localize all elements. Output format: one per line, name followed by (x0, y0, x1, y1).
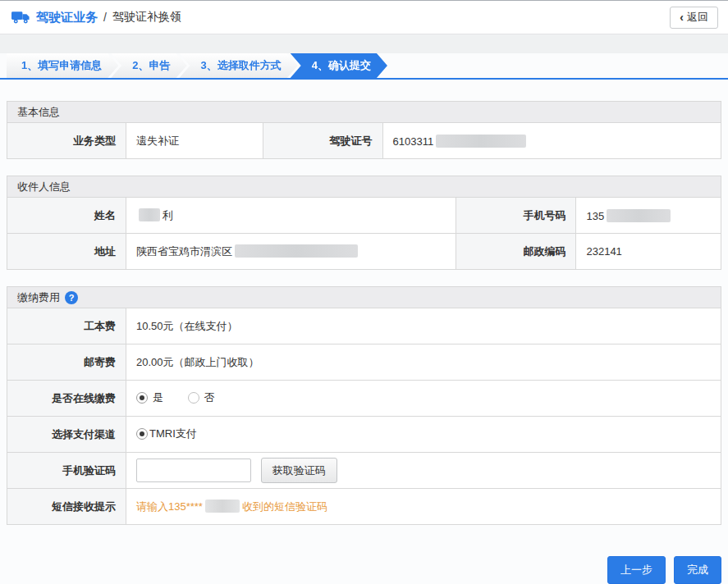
postcode-value: 232141 (576, 234, 721, 270)
step-label: 3、选择取件方式 (200, 59, 281, 71)
production-fee-value: 10.50元（在线支付） (126, 308, 721, 344)
truck-icon (11, 11, 30, 25)
name-text: 利 (163, 209, 173, 221)
captcha-cell: 获取验证码 (126, 453, 721, 489)
phone-value: 135 (576, 198, 721, 234)
business-type-label: 业务类型 (7, 123, 126, 159)
step-label: 2、申告 (132, 59, 170, 71)
online-pay-no-option[interactable]: 否 (188, 390, 215, 405)
sms-tip-label: 短信接收提示 (7, 489, 126, 525)
previous-step-button[interactable]: 上一步 (607, 556, 666, 584)
radio-unchecked-icon (188, 392, 199, 404)
name-value: 利 (126, 198, 456, 234)
redacted-address (235, 244, 358, 258)
fees-section: 缴纳费用 ? 工本费 10.50元（在线支付） 邮寄费 20.00元（邮政上门收… (7, 286, 721, 525)
back-label: 返回 (687, 10, 708, 25)
breadcrumb-current: 驾驶证补换领 (112, 10, 181, 25)
breadcrumb-separator: / (103, 11, 107, 24)
back-button[interactable]: ‹ 返回 (670, 7, 718, 29)
table-row: 手机验证码 获取验证码 (7, 453, 721, 489)
table-row: 业务类型 遗失补证 驾驶证号 6103311 (7, 123, 721, 159)
address-label: 地址 (7, 234, 126, 270)
recipient-info-section: 收件人信息 姓名 利 手机号码 135 地址 陕西省宝鸡市 (7, 176, 721, 270)
postage-fee-label: 邮寄费 (7, 344, 126, 381)
business-type-value: 遗失补证 (126, 123, 263, 159)
tmri-pay-option[interactable]: TMRI支付 (136, 427, 197, 441)
captcha-input[interactable] (136, 459, 251, 482)
production-fee-label: 工本费 (7, 308, 126, 344)
phone-text: 135 (586, 210, 604, 222)
recipient-info-table: 姓名 利 手机号码 135 地址 陕西省宝鸡市渭滨区 邮政编码 (7, 197, 721, 270)
postcode-text: 232141 (586, 245, 621, 258)
payment-channel-label: 选择支付渠道 (7, 417, 126, 453)
basic-info-header: 基本信息 (7, 101, 721, 123)
sms-tip-prefix: 请输入135**** (136, 500, 203, 513)
step-1-fill-application[interactable]: 1、填写申请信息 (7, 53, 118, 78)
name-label: 姓名 (7, 198, 126, 234)
address-text: 陕西省宝鸡市渭滨区 (136, 245, 232, 258)
fees-header: 缴纳费用 ? (7, 286, 721, 308)
online-payment-label: 是否在线缴费 (7, 381, 126, 417)
redacted-phone (607, 209, 671, 222)
main-content: 基本信息 业务类型 遗失补证 驾驶证号 6103311 收件人信息 (0, 80, 728, 584)
fees-table: 工本费 10.50元（在线支付） 邮寄费 20.00元（邮政上门收取） 是否在线… (7, 308, 721, 525)
table-row: 选择支付渠道 TMRI支付 (7, 417, 721, 453)
address-value: 陕西省宝鸡市渭滨区 (126, 234, 456, 270)
table-row: 工本费 10.50元（在线支付） (7, 308, 721, 344)
basic-info-table: 业务类型 遗失补证 驾驶证号 6103311 (7, 122, 721, 159)
step-wizard: 1、填写申请信息 2、申告 3、选择取件方式 4、确认提交 (0, 53, 728, 80)
table-row: 地址 陕西省宝鸡市渭滨区 邮政编码 232141 (7, 234, 721, 270)
postage-fee-value: 20.00元（邮政上门收取） (126, 344, 721, 381)
captcha-label: 手机验证码 (7, 453, 126, 489)
sms-tip-value: 请输入135****收到的短信验证码 (126, 489, 721, 525)
page: 驾驶证业务 / 驾驶证补换领 ‹ 返回 1、填写申请信息 2、申告 3、选择取件… (0, 0, 728, 584)
production-fee-text: 10.50元（在线支付） (136, 320, 238, 332)
step-2-declaration[interactable]: 2、申告 (111, 53, 186, 78)
postage-fee-text: 20.00元（邮政上门收取） (136, 356, 259, 368)
license-number-label: 驾驶证号 (263, 123, 382, 159)
spacer (0, 34, 728, 53)
license-number-value: 6103311 (382, 123, 721, 159)
step-4-confirm-submit[interactable]: 4、确认提交 (291, 53, 387, 78)
table-row: 是否在线缴费 是 否 (7, 381, 721, 417)
online-payment-value: 是 否 (126, 381, 721, 417)
online-pay-yes-label: 是 (153, 390, 163, 405)
phone-label: 手机号码 (456, 198, 576, 234)
radio-checked-icon (136, 428, 148, 440)
table-row: 姓名 利 手机号码 135 (7, 198, 721, 234)
breadcrumb: 驾驶证业务 / 驾驶证补换领 (11, 10, 181, 25)
license-number-text: 6103311 (393, 135, 434, 148)
help-icon[interactable]: ? (65, 291, 78, 304)
topbar: 驾驶证业务 / 驾驶证补换领 ‹ 返回 (0, 1, 728, 34)
fees-title: 缴纳费用 (17, 287, 60, 308)
business-type-text: 遗失补证 (136, 135, 179, 147)
online-pay-yes-option[interactable]: 是 (136, 390, 163, 405)
redacted-license-number (436, 135, 526, 148)
breadcrumb-title[interactable]: 驾驶证业务 (36, 10, 98, 25)
redacted-name (139, 208, 160, 221)
recipient-info-title: 收件人信息 (17, 176, 71, 198)
payment-channel-value: TMRI支付 (126, 417, 721, 453)
sms-tip-suffix: 收到的短信验证码 (242, 500, 327, 513)
tmri-pay-label: TMRI支付 (149, 427, 197, 441)
step-label: 4、确认提交 (312, 59, 371, 71)
footer-actions: 上一步 完成 (7, 541, 721, 584)
basic-info-title: 基本信息 (17, 102, 60, 123)
radio-checked-icon (136, 392, 148, 404)
basic-info-section: 基本信息 业务类型 遗失补证 驾驶证号 6103311 (7, 101, 721, 159)
redacted-sms-digits (205, 500, 240, 513)
finish-button[interactable]: 完成 (674, 556, 721, 584)
recipient-info-header: 收件人信息 (7, 176, 721, 198)
table-row: 邮寄费 20.00元（邮政上门收取） (7, 344, 721, 381)
back-chevron-icon: ‹ (680, 11, 684, 23)
step-3-pickup-method[interactable]: 3、选择取件方式 (179, 53, 297, 78)
sms-tip-text: 请输入135****收到的短信验证码 (136, 500, 327, 513)
get-code-button[interactable]: 获取验证码 (261, 458, 337, 483)
online-pay-no-label: 否 (204, 390, 215, 405)
step-label: 1、填写申请信息 (21, 59, 102, 71)
postcode-label: 邮政编码 (456, 234, 576, 270)
table-row: 短信接收提示 请输入135****收到的短信验证码 (7, 489, 721, 525)
